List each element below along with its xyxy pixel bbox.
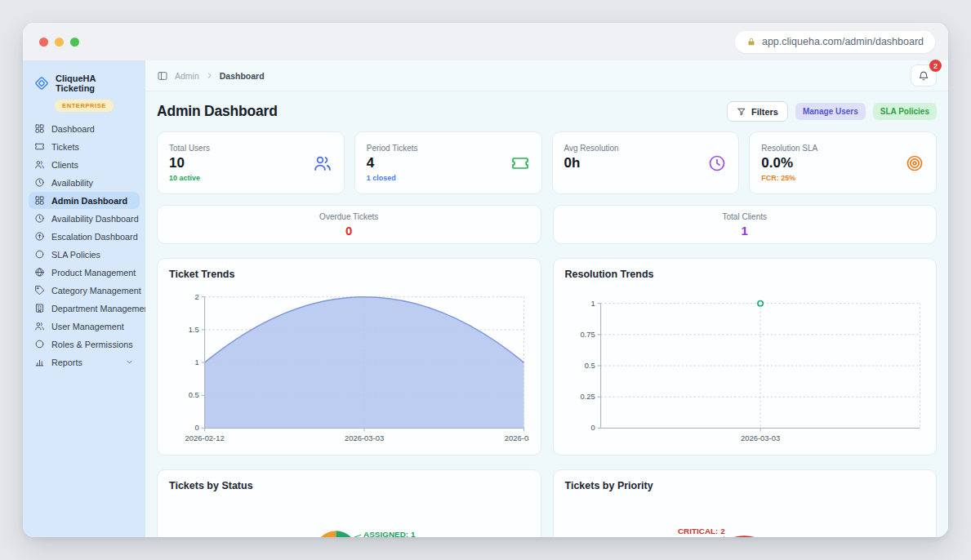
url-bar[interactable]: app.cliqueha.com/admin/dashboard [735,31,935,53]
stat-label: Total Users [169,144,210,153]
url-text: app.cliqueha.com/admin/dashboard [762,36,924,47]
sidebar-item-dashboard[interactable]: Dashboard [29,120,140,137]
sidebar-item-reports[interactable]: Reports [29,353,140,371]
main-area: Admin Dashboard 2 Admin Dashboard Filter… [145,60,948,537]
stat-label: Avg Resolution [564,144,619,153]
sidebar-item-label: Reports [51,358,118,367]
sidebar-item-availability[interactable]: Availability [29,174,140,191]
clock-icon [34,213,45,224]
users-icon [34,159,45,170]
svg-text:ASSIGNED: 1: ASSIGNED: 1 [363,530,416,537]
svg-text:2026-03-11: 2026-03-11 [505,433,529,442]
browser-window: app.cliqueha.com/admin/dashboard CliqueH… [23,23,948,537]
browser-chrome: app.cliqueha.com/admin/dashboard [23,23,948,60]
breadcrumb-dashboard[interactable]: Dashboard [220,71,265,81]
funnel-icon [737,107,746,117]
svg-text:1: 1 [590,299,595,308]
tickets-by-priority-chart: CRITICAL: 2 [565,498,925,537]
clock-icon [707,153,727,173]
svg-text:1.5: 1.5 [189,325,199,334]
kpi-cards: Overdue Tickets0Total Clients1 [157,205,937,244]
tickets-by-status-card: Tickets by Status ASSIGNED: 1 [157,469,541,537]
breadcrumb-admin[interactable]: Admin [175,71,199,81]
chevron-down-icon [125,358,134,367]
svg-text:0.25: 0.25 [580,392,595,401]
tickets-by-priority-card: Tickets by Priority CRITICAL: 2 [553,469,938,537]
sidebar-item-tickets[interactable]: Tickets [29,138,140,155]
close-window-icon[interactable] [39,38,48,47]
stat-label: Resolution SLA [761,144,817,153]
stat-cards: Total Users1010 activePeriod Tickets41 c… [157,131,937,194]
panel-left-icon[interactable] [157,70,168,82]
svg-text:0.75: 0.75 [580,330,595,339]
pie-charts: Tickets by Status ASSIGNED: 1 Tickets by… [157,469,937,537]
stat-card-text: Avg Resolution0h [564,144,619,182]
stat-value: 0.0% [761,155,817,171]
page-content: Admin Dashboard Filters Manage Users SLA… [145,91,948,537]
chevron-right-icon [206,72,213,79]
ticket-trends-title: Ticket Trends [169,269,529,280]
window-controls [39,38,79,47]
sidebar-nav: DashboardTicketsClientsAvailabilityAdmin… [23,120,145,371]
sidebar-item-department-management[interactable]: Department Management [29,300,140,317]
stat-label: Period Tickets [367,144,418,153]
stat-value: 0h [564,155,619,171]
sidebar-item-label: SLA Policies [51,250,134,260]
sidebar-item-admin-dashboard[interactable]: Admin Dashboard [29,192,140,209]
title-row: Admin Dashboard Filters Manage Users SLA… [157,101,937,122]
maximize-window-icon[interactable] [70,38,79,47]
grid-icon [34,195,45,206]
sidebar-item-sla-policies[interactable]: SLA Policies [29,246,140,263]
minimize-window-icon[interactable] [55,38,64,47]
topbar: Admin Dashboard 2 [145,60,948,91]
kpi-label: Total Clients [723,212,767,221]
sidebar-item-roles-permissions[interactable]: Roles & Permissions [29,336,140,353]
ticket-trends-chart: 00.511.522026-02-122026-03-032026-03-11 [169,287,529,450]
tickets-by-priority-title: Tickets by Priority [565,480,925,491]
breadcrumb: Admin Dashboard [157,70,265,82]
filters-button[interactable]: Filters [727,101,788,122]
users-icon [34,321,45,331]
sidebar-item-category-management[interactable]: Category Management [29,282,140,299]
kpi-card-total-clients: Total Clients1 [553,205,938,244]
bell-icon [918,70,929,82]
brand: CliqueHA Ticketing [23,72,145,93]
notifications-badge: 2 [929,60,942,72]
sidebar-item-label: Clients [51,160,134,170]
svg-text:2026-03-03: 2026-03-03 [741,433,780,442]
trend-charts: Ticket Trends 00.511.522026-02-122026-03… [157,258,937,456]
kpi-label: Overdue Tickets [319,212,378,221]
grid-icon [34,123,45,134]
sidebar-item-availability-dashboard[interactable]: Availability Dashboard [29,210,140,227]
stat-subtext: FCR: 25% [761,174,817,182]
sidebar-item-product-management[interactable]: Product Management [29,264,140,281]
stat-card-total-users: Total Users1010 active [157,131,345,194]
notifications-button[interactable]: 2 [911,64,937,87]
svg-text:0.5: 0.5 [189,390,199,399]
app-root: CliqueHA Ticketing ENTERPRISE DashboardT… [23,60,948,537]
tickets-by-status-title: Tickets by Status [169,480,529,491]
sidebar-item-clients[interactable]: Clients [29,156,140,173]
svg-text:0: 0 [590,423,595,432]
clock-icon [34,177,45,188]
stat-value: 10 [169,155,210,171]
building-icon [34,303,45,313]
ticket-icon [510,153,530,173]
manage-users-button[interactable]: Manage Users [795,103,866,120]
lock-icon [746,37,756,47]
ticket-icon [34,141,45,152]
stat-card-avg-resolution: Avg Resolution0h [552,131,740,194]
sidebar-item-label: Category Management [51,286,141,296]
svg-text:2: 2 [194,292,198,301]
brand-logo-icon [33,75,50,91]
sidebar-item-label: Tickets [51,142,134,152]
sidebar-item-user-management[interactable]: User Management [29,318,140,335]
tag-icon [34,285,45,296]
svg-text:1: 1 [194,358,198,367]
sidebar-item-escalation-dashboard[interactable]: Escalation Dashboard [29,228,140,245]
resolution-trends-chart: 00.250.50.7512026-03-03 [565,287,925,450]
sla-policies-button[interactable]: SLA Policies [873,103,937,120]
stat-card-text: Period Tickets41 closed [367,144,418,182]
stat-card-period-tickets: Period Tickets41 closed [354,131,542,194]
tickets-by-status-chart: ASSIGNED: 1 [169,498,529,537]
